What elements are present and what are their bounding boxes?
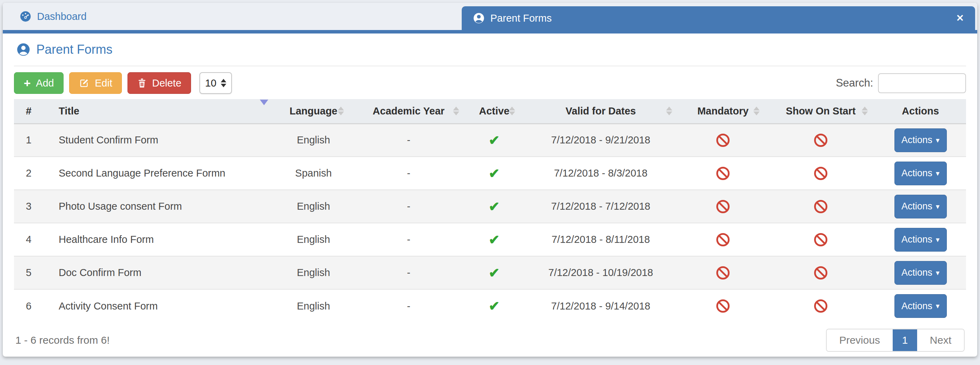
column-header-title[interactable]: Title	[45, 99, 276, 124]
academic-year-cell: -	[351, 124, 466, 157]
row-number-cell: 5	[14, 256, 45, 289]
check-icon: ✔	[488, 166, 500, 181]
column-header-mandatory[interactable]: Mandatory	[679, 99, 767, 124]
actions-cell: Actions▾	[875, 289, 966, 322]
ban-icon	[716, 299, 730, 313]
delete-button-label: Delete	[152, 78, 181, 89]
actions-cell: Actions▾	[875, 124, 966, 157]
page-title: Parent Forms	[36, 42, 113, 57]
row-number-cell: 6	[14, 289, 45, 322]
sort-icon[interactable]	[338, 107, 344, 116]
actions-button[interactable]: Actions▾	[894, 129, 947, 152]
pagination-page-1-button[interactable]: 1	[892, 329, 918, 351]
ban-icon	[814, 299, 827, 313]
show-on-start-cell	[767, 256, 875, 289]
table-row[interactable]: 2Second Language Preference FormnSpanish…	[14, 157, 966, 190]
caret-down-icon: ▾	[936, 136, 940, 144]
ban-icon	[716, 233, 730, 246]
sort-icon[interactable]	[753, 107, 760, 116]
caret-down-icon: ▾	[936, 269, 940, 277]
show-on-start-cell	[767, 124, 875, 157]
user-circle-icon	[17, 43, 30, 56]
sort-icon[interactable]	[862, 107, 868, 116]
column-header-show-on-start[interactable]: Show On Start	[767, 99, 875, 124]
tab-parent-forms[interactable]: Parent Forms ✕	[462, 6, 975, 30]
pagination-previous-button[interactable]: Previous	[827, 329, 892, 351]
table-row[interactable]: 6Activity Consent FormEnglish-✔7/12/2018…	[14, 289, 966, 322]
actions-button[interactable]: Actions▾	[894, 294, 947, 318]
actions-button[interactable]: Actions▾	[894, 228, 947, 252]
mandatory-cell	[679, 223, 767, 256]
caret-down-icon: ▾	[936, 202, 940, 211]
title-cell: Photo Usage consent Form	[45, 190, 276, 223]
ban-icon	[716, 266, 730, 279]
title-cell: Healthcare Info Form	[45, 223, 276, 256]
table-row[interactable]: 3Photo Usage consent FormEnglish-✔7/12/2…	[14, 190, 966, 223]
search-input[interactable]	[878, 73, 966, 93]
active-cell: ✔	[466, 223, 522, 256]
academic-year-cell: -	[351, 256, 466, 289]
table-row[interactable]: 4Healthcare Info FormEnglish-✔7/12/2018 …	[14, 223, 966, 256]
language-cell: English	[276, 124, 351, 157]
language-cell: English	[276, 289, 351, 322]
table-row[interactable]: 5Doc Confirm FormEnglish-✔7/12/2018 - 10…	[14, 256, 966, 289]
mandatory-cell	[679, 157, 767, 190]
ban-icon	[814, 233, 827, 246]
pagination-next-button[interactable]: Next	[917, 329, 964, 351]
active-cell: ✔	[466, 124, 522, 157]
edit-button-label: Edit	[95, 78, 112, 89]
ban-icon	[716, 167, 730, 180]
page-header: Parent Forms	[14, 33, 966, 66]
table-header: # Title Language Academic Year	[14, 99, 966, 124]
title-cell: Second Language Preference Formn	[45, 157, 276, 190]
tab-parent-forms-label: Parent Forms	[490, 13, 552, 24]
column-header-valid-for-dates[interactable]: Valid for Dates	[522, 99, 679, 124]
language-cell: Spanish	[276, 157, 351, 190]
sort-icon[interactable]	[453, 107, 459, 116]
main-panel: Dashboard Parent Forms ✕	[3, 3, 977, 357]
language-cell: English	[276, 223, 351, 256]
academic-year-cell: -	[351, 289, 466, 322]
column-header-academic-year[interactable]: Academic Year	[351, 99, 466, 124]
valid-dates-cell: 7/12/2018 - 8/11/2018	[522, 223, 679, 256]
table-row[interactable]: 1Student Confirm FormEnglish-✔7/12/2018 …	[14, 124, 966, 157]
close-icon[interactable]: ✕	[956, 13, 964, 24]
valid-dates-cell: 7/12/2018 - 7/12/2018	[522, 190, 679, 223]
page-size-select[interactable]: 10	[199, 72, 232, 94]
sort-descending-icon[interactable]	[260, 105, 268, 117]
records-count-text: 1 - 6 records from 6!	[15, 334, 110, 346]
pagination: Previous 1 Next	[826, 329, 965, 352]
tab-dashboard[interactable]: Dashboard	[3, 3, 87, 30]
title-cell: Doc Confirm Form	[45, 256, 276, 289]
column-header-actions: Actions	[875, 99, 966, 124]
check-icon: ✔	[488, 199, 500, 214]
valid-dates-cell: 7/12/2018 - 9/21/2018	[522, 124, 679, 157]
check-icon: ✔	[488, 133, 500, 148]
add-button[interactable]: + Add	[14, 72, 64, 94]
search-label: Search:	[836, 77, 873, 89]
sort-icon[interactable]	[509, 107, 515, 116]
ban-icon	[814, 200, 827, 213]
actions-cell: Actions▾	[875, 223, 966, 256]
actions-button[interactable]: Actions▾	[894, 195, 947, 219]
actions-button[interactable]: Actions▾	[894, 261, 947, 285]
table-footer: 1 - 6 records from 6! Previous 1 Next	[14, 322, 966, 352]
dashboard-icon	[19, 11, 32, 22]
show-on-start-cell	[767, 289, 875, 322]
mandatory-cell	[679, 124, 767, 157]
language-cell: English	[276, 190, 351, 223]
mandatory-cell	[679, 256, 767, 289]
check-icon: ✔	[488, 265, 500, 280]
edit-button[interactable]: Edit	[69, 72, 122, 94]
plus-icon: +	[24, 77, 31, 89]
row-number-cell: 2	[14, 157, 45, 190]
actions-button[interactable]: Actions▾	[894, 162, 947, 185]
column-header-active[interactable]: Active	[466, 99, 522, 124]
sort-icon[interactable]	[666, 107, 672, 116]
row-number-cell: 4	[14, 223, 45, 256]
column-header-language[interactable]: Language	[276, 99, 351, 124]
show-on-start-cell	[767, 157, 875, 190]
delete-button[interactable]: Delete	[127, 72, 191, 94]
ban-icon	[716, 134, 730, 147]
active-cell: ✔	[466, 190, 522, 223]
